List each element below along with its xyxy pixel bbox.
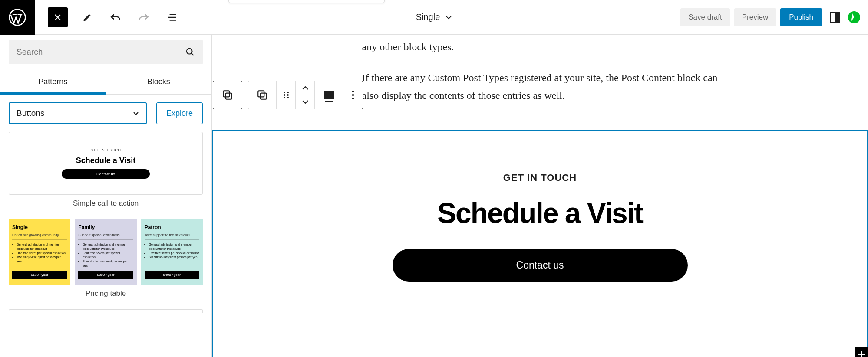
document-mode-label: Single	[416, 12, 440, 22]
pattern-category-value: Buttons	[17, 108, 44, 118]
tab-blocks[interactable]: Blocks	[106, 69, 212, 94]
save-draft-button[interactable]: Save draft	[680, 8, 730, 26]
block-appender-button[interactable]	[855, 347, 868, 357]
move-down-button[interactable]	[302, 95, 309, 109]
preview-button[interactable]: Preview	[734, 8, 776, 26]
pattern-category-select[interactable]: Buttons	[9, 102, 147, 124]
editor-top-bar: Single Save draft Preview Publish	[0, 0, 868, 35]
cta-contact-button[interactable]: Contact us	[393, 249, 688, 282]
search-input[interactable]	[17, 47, 185, 57]
block-options-button[interactable]	[343, 81, 363, 109]
move-up-button[interactable]	[302, 81, 309, 95]
edit-tool-icon[interactable]	[81, 11, 94, 24]
svg-rect-5	[260, 93, 266, 99]
svg-point-9	[287, 94, 289, 96]
svg-point-7	[287, 92, 289, 93]
svg-point-6	[284, 92, 285, 93]
document-mode-dropdown[interactable]: Single	[416, 12, 452, 22]
search-icon	[185, 47, 195, 57]
document-outline-icon[interactable]	[165, 11, 178, 24]
svg-point-13	[352, 94, 354, 96]
chevron-down-icon	[133, 111, 139, 115]
block-inserter-sidebar: Patterns Blocks Buttons Explore GET IN T…	[0, 35, 212, 357]
top-right-actions: Save draft Preview Publish	[680, 8, 860, 26]
pattern-filter-row: Buttons Explore	[9, 102, 203, 124]
settings-panel-toggle-icon[interactable]	[830, 12, 840, 23]
publish-button[interactable]: Publish	[780, 8, 822, 26]
svg-rect-4	[258, 91, 264, 97]
top-tool-icons	[81, 11, 178, 24]
chevron-down-icon	[302, 100, 309, 104]
drag-handle-icon	[283, 91, 290, 99]
svg-point-10	[284, 97, 285, 98]
command-palette-hint[interactable]	[228, 0, 385, 3]
pricing-col-patron: Patron Take support to the next level. G…	[141, 219, 203, 285]
jetpack-icon[interactable]	[848, 11, 860, 23]
post-content-text[interactable]: any other block types. If there are any …	[349, 38, 731, 104]
parent-block-button[interactable]	[248, 81, 277, 109]
tab-patterns[interactable]: Patterns	[0, 69, 106, 94]
pattern-caption-pricing: Pricing table	[0, 289, 211, 298]
redo-icon[interactable]	[137, 11, 150, 24]
svg-point-14	[352, 98, 354, 99]
svg-point-12	[352, 91, 354, 92]
svg-rect-2	[223, 91, 229, 97]
inserter-search[interactable]	[9, 40, 203, 64]
block-toolbar	[213, 81, 368, 109]
wordpress-logo[interactable]	[0, 0, 35, 35]
group-block-icon	[222, 89, 233, 101]
undo-icon[interactable]	[109, 11, 122, 24]
align-full-icon	[324, 91, 334, 99]
editor-canvas[interactable]: any other block types. If there are any …	[212, 35, 868, 357]
close-inserter-button[interactable]	[48, 7, 68, 27]
cta-heading[interactable]: Schedule a Visit	[226, 197, 854, 229]
drag-handle[interactable]	[277, 81, 296, 109]
pricing-col-family: Family Support special exhibitions. Gene…	[75, 219, 136, 285]
pattern-preview-next[interactable]	[9, 309, 203, 313]
pattern-caption-cta: Simple call to action	[0, 199, 211, 208]
pattern-preview-pricing[interactable]: Single Enrich our growing community. Gen…	[9, 219, 203, 285]
toolbar-main	[248, 81, 363, 109]
selected-group-block[interactable]: GET IN TOUCH Schedule a Visit Contact us	[212, 130, 868, 357]
toolbar-block-type	[213, 81, 242, 109]
pattern-preview-cta[interactable]: GET IN TOUCH Schedule a Visit Contact us	[9, 132, 203, 195]
cta-eyebrow[interactable]: GET IN TOUCH	[226, 172, 854, 183]
explore-patterns-button[interactable]: Explore	[156, 102, 203, 124]
more-vertical-icon	[352, 90, 354, 100]
block-type-button[interactable]	[213, 81, 242, 109]
svg-point-8	[284, 94, 285, 96]
svg-rect-3	[226, 93, 232, 99]
pricing-col-single: Single Enrich our growing community. Gen…	[9, 219, 70, 285]
alignment-button[interactable]	[315, 81, 343, 109]
inserter-tabs: Patterns Blocks	[0, 69, 211, 95]
svg-point-11	[287, 97, 289, 98]
group-parent-icon	[257, 89, 268, 101]
svg-point-1	[187, 49, 192, 54]
chevron-up-icon	[302, 86, 309, 90]
chevron-down-icon	[445, 15, 452, 20]
